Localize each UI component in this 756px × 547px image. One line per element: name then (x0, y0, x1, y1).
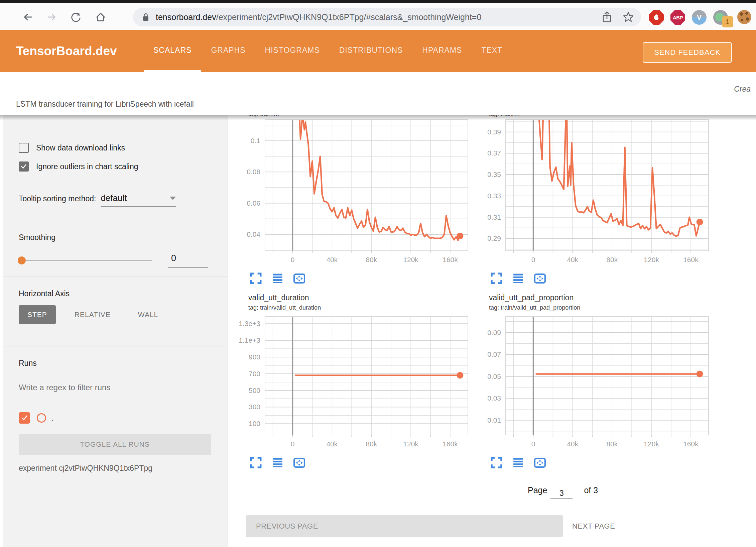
tooltip-sorting-row: Tooltip sorting method: default (19, 193, 176, 207)
axis-step-button[interactable]: STEP (19, 305, 56, 324)
share-icon[interactable] (601, 11, 613, 23)
log-scale-lines-icon[interactable] (512, 456, 524, 469)
tab-hparams[interactable]: HPARAMS (412, 30, 472, 72)
log-scale-lines-icon[interactable] (271, 456, 284, 469)
chart-tag: tag: train/valid_utt_duration (248, 304, 472, 311)
svg-text:120k: 120k (403, 256, 418, 263)
svg-text:120k: 120k (644, 440, 659, 448)
chart-card-valid-utt-pad-proportion: valid_utt_pad_proportion tag: train/vali… (475, 293, 713, 469)
star-icon[interactable] (622, 11, 634, 23)
smoothing-value-input[interactable]: 0 (168, 253, 208, 267)
fit-domain-icon[interactable] (534, 456, 546, 469)
line-chart[interactable]: 040k80k120k160k0.010.030.050.070.09 (475, 316, 711, 450)
log-scale-lines-icon[interactable] (512, 272, 524, 285)
svg-text:0.03: 0.03 (487, 394, 501, 402)
cookie-icon[interactable] (737, 10, 752, 25)
smoothing-slider[interactable] (19, 260, 152, 261)
tab-graphs[interactable]: GRAPHS (201, 30, 255, 72)
svg-text:80k: 80k (606, 256, 618, 263)
brand-logo[interactable]: TensorBoard.dev (16, 30, 117, 72)
shield-icon[interactable]: V (692, 10, 707, 25)
extension-badge: 1 (722, 16, 733, 27)
tab-text[interactable]: TEXT (472, 30, 512, 72)
charts-panel: tag: train/… 040k80k120k160k0.040.060.08… (228, 115, 756, 547)
log-scale-lines-icon[interactable] (271, 272, 284, 285)
toggle-all-runs-button[interactable]: TOGGLE ALL RUNS (19, 434, 211, 455)
tooltip-sorting-dropdown[interactable]: default (101, 193, 176, 207)
page-label: Page (528, 485, 547, 495)
divider (3, 221, 228, 221)
fit-domain-icon[interactable] (534, 272, 546, 285)
smoothing-label: Smoothing (19, 233, 55, 242)
address-bar[interactable]: tensorboard.dev/experiment/cj2vtPiwQHKN9… (133, 8, 641, 26)
svg-text:120k: 120k (403, 440, 418, 448)
svg-text:0.07: 0.07 (487, 350, 501, 358)
divider (3, 277, 228, 277)
experiment-id-text: experiment cj2vtPiwQHKN9Q1tx6PTpg (19, 464, 152, 473)
svg-text:0.01: 0.01 (487, 416, 501, 424)
axis-wall-button[interactable]: WALL (129, 305, 167, 324)
privacy-circle-icon[interactable]: 1 (713, 10, 728, 25)
url-path: /experiment/cj2vtPiwQHKN9Q1tx6PTpg/#scal… (216, 12, 482, 22)
svg-text:0.31: 0.31 (487, 213, 501, 221)
url-domain: tensorboard.dev (156, 12, 216, 22)
tab-histograms[interactable]: HISTOGRAMS (255, 30, 330, 72)
abp-icon[interactable]: ABP (670, 10, 685, 25)
settings-sidebar: Show data download links Ignore outliers… (3, 115, 228, 547)
chart-action-bar (250, 272, 472, 285)
show-download-label: Show data download links (36, 143, 125, 152)
next-page-button[interactable]: NEXT PAGE (572, 515, 615, 537)
svg-text:40k: 40k (567, 256, 578, 263)
window-top-edge (0, 0, 756, 3)
run-checkbox[interactable] (19, 412, 30, 424)
clipped-chart-tag: tag: train/… (489, 115, 713, 119)
send-feedback-button[interactable]: SEND FEEDBACK (643, 42, 732, 63)
horizontal-axis-label: Horizontal Axis (19, 289, 70, 298)
svg-text:0.06: 0.06 (247, 199, 260, 207)
back-icon[interactable] (22, 11, 33, 23)
fit-domain-icon[interactable] (293, 456, 305, 469)
refresh-icon[interactable] (70, 11, 82, 23)
expand-icon[interactable] (490, 272, 503, 285)
svg-text:0.33: 0.33 (487, 192, 501, 200)
home-icon[interactable] (95, 11, 106, 23)
line-chart[interactable]: 040k80k120k160k1003005007009001.1e+31.3e… (234, 316, 470, 450)
created-text-fragment: Crea (734, 85, 751, 94)
svg-text:80k: 80k (366, 440, 377, 448)
ignore-outliers-checkbox[interactable] (19, 161, 29, 172)
expand-icon[interactable] (490, 456, 503, 469)
chart-action-bar (490, 272, 713, 285)
forward-icon[interactable] (46, 11, 57, 23)
chart-title: valid_utt_duration (248, 293, 472, 302)
expand-icon[interactable] (250, 272, 262, 285)
clipped-chart-tag: tag: train/… (248, 115, 472, 119)
page-of-label: of 3 (584, 485, 598, 495)
browser-toolbar: tensorboard.dev/experiment/cj2vtPiwQHKN9… (0, 3, 756, 30)
svg-text:160k: 160k (683, 440, 699, 448)
line-chart[interactable]: 040k80k120k160k0.290.310.330.350.370.39 (475, 119, 711, 265)
axis-relative-button[interactable]: RELATIVE (66, 305, 119, 324)
fit-domain-icon[interactable] (293, 272, 305, 285)
expand-icon[interactable] (250, 456, 262, 469)
run-color-swatch[interactable] (37, 413, 46, 423)
page-number-input[interactable]: 3 (550, 489, 573, 499)
ignore-outliers-row[interactable]: Ignore outliers in chart scaling (19, 161, 138, 172)
tab-scalars[interactable]: SCALARS (144, 30, 201, 72)
svg-text:80k: 80k (366, 256, 377, 263)
show-download-checkbox[interactable] (19, 143, 29, 153)
runs-filter-input[interactable]: Write a regex to filter runs (19, 383, 110, 392)
svg-text:0.35: 0.35 (487, 171, 501, 178)
show-download-links-row[interactable]: Show data download links (19, 143, 125, 153)
svg-text:120k: 120k (644, 256, 659, 263)
svg-text:700: 700 (249, 370, 260, 377)
adblock-hand-icon[interactable] (649, 10, 664, 25)
top-nav-tabs: SCALARS GRAPHS HISTOGRAMS DISTRIBUTIONS … (144, 30, 512, 72)
smoothing-slider-thumb[interactable] (18, 256, 26, 264)
chart-card-clipped-1: tag: train/… 040k80k120k160k0.040.060.08… (234, 115, 472, 285)
ignore-outliers-label: Ignore outliers in chart scaling (36, 162, 138, 171)
runs-filter-underline (19, 399, 219, 399)
tab-distributions[interactable]: DISTRIBUTIONS (330, 30, 413, 72)
previous-page-button[interactable]: PREVIOUS PAGE (246, 515, 563, 537)
svg-text:0.37: 0.37 (487, 149, 501, 157)
line-chart[interactable]: 040k80k120k160k0.040.060.080.1 (234, 119, 470, 265)
